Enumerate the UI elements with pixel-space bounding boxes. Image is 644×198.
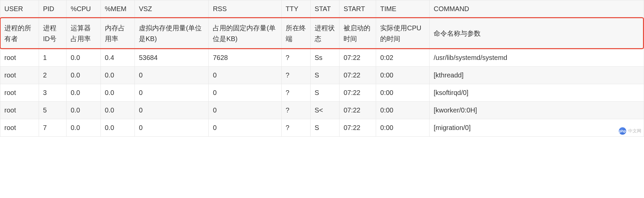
cell-time: 0:02 [376,49,430,67]
cell-start: 07:22 [339,49,376,67]
cell-user: root [0,67,39,84]
cell-cpu: 0.0 [67,67,100,84]
col-desc-start: 被启动的时间 [339,18,376,49]
cell-user: root [0,102,39,119]
col-header-start: START [339,0,376,18]
cell-command: /usr/lib/systemd/systemd [430,49,644,67]
cell-pid: 7 [39,119,66,137]
cell-pid: 2 [39,67,66,84]
cell-start: 07:22 [339,119,376,137]
col-desc-tty: 所在终端 [281,18,310,49]
col-desc-time: 实际使用CPU的时间 [376,18,430,49]
table-row: root70.00.000?S07:220:00[migration/0] [0,119,644,137]
col-desc-command: 命令名称与参数 [430,18,644,49]
cell-user: root [0,49,39,67]
cell-cpu: 0.0 [67,102,100,119]
col-desc-pid: 进程ID号 [39,18,66,49]
table-row: root10.00.4536847628?Ss07:220:02/usr/lib… [0,49,644,67]
cell-rss: 0 [209,102,281,119]
cell-stat: S [310,84,339,102]
cell-vsz: 53684 [135,49,209,67]
watermark-logo-icon: php [619,127,626,135]
col-header-user: USER [0,0,39,18]
watermark-text: 中文网 [628,128,641,134]
cell-rss: 0 [209,119,281,137]
cell-user: root [0,84,39,102]
cell-stat: S [310,67,339,84]
cell-rss: 0 [209,84,281,102]
cell-start: 07:22 [339,102,376,119]
col-header-time: TIME [376,0,430,18]
col-desc-cpu: 运算器占用率 [67,18,100,49]
cell-tty: ? [281,84,310,102]
cell-time: 0:00 [376,84,430,102]
description-row: 进程的所有者 进程ID号 运算器占用率 内存占用率 虚拟内存使用量(单位是KB)… [0,18,644,49]
process-body: root10.00.4536847628?Ss07:220:02/usr/lib… [0,49,644,137]
cell-mem: 0.0 [100,119,134,137]
cell-pid: 1 [39,49,66,67]
cell-command: [ksoftirqd/0] [430,84,644,102]
header-row: USER PID %CPU %MEM VSZ RSS TTY STAT STAR… [0,0,644,18]
cell-time: 0:00 [376,67,430,84]
col-header-stat: STAT [310,0,339,18]
table-row: root20.00.000?S07:220:00[kthreadd] [0,67,644,84]
cell-pid: 3 [39,84,66,102]
cell-rss: 0 [209,67,281,84]
cell-time: 0:00 [376,119,430,137]
cell-command: [kthreadd] [430,67,644,84]
col-header-cpu: %CPU [67,0,100,18]
cell-tty: ? [281,119,310,137]
cell-user: root [0,119,39,137]
cell-vsz: 0 [135,84,209,102]
cell-mem: 0.0 [100,67,134,84]
col-header-vsz: VSZ [135,0,209,18]
watermark: php 中文网 [619,127,641,135]
col-header-pid: PID [39,0,66,18]
cell-pid: 5 [39,102,66,119]
cell-mem: 0.4 [100,49,134,67]
cell-mem: 0.0 [100,84,134,102]
cell-stat: S< [310,102,339,119]
table-row: root30.00.000?S07:220:00[ksoftirqd/0] [0,84,644,102]
col-desc-mem: 内存占用率 [100,18,134,49]
col-desc-rss: 占用的固定内存量(单位是KB) [209,18,281,49]
cell-cpu: 0.0 [67,119,100,137]
cell-start: 07:22 [339,84,376,102]
cell-stat: Ss [310,49,339,67]
cell-command: [migration/0] [430,119,644,137]
cell-command: [kworker/0:0H] [430,102,644,119]
cell-mem: 0.0 [100,102,134,119]
col-header-rss: RSS [209,0,281,18]
cell-tty: ? [281,102,310,119]
cell-tty: ? [281,67,310,84]
cell-stat: S [310,119,339,137]
table-row: root50.00.000?S<07:220:00[kworker/0:0H] [0,102,644,119]
col-header-mem: %MEM [100,0,134,18]
process-table: USER PID %CPU %MEM VSZ RSS TTY STAT STAR… [0,0,644,137]
cell-vsz: 0 [135,67,209,84]
cell-time: 0:00 [376,102,430,119]
col-desc-user: 进程的所有者 [0,18,39,49]
cell-tty: ? [281,49,310,67]
cell-vsz: 0 [135,102,209,119]
col-desc-vsz: 虚拟内存使用量(单位是KB) [135,18,209,49]
cell-rss: 7628 [209,49,281,67]
col-desc-stat: 进程状态 [310,18,339,49]
col-header-command: COMMAND [430,0,644,18]
col-header-tty: TTY [281,0,310,18]
cell-cpu: 0.0 [67,49,100,67]
cell-start: 07:22 [339,67,376,84]
cell-cpu: 0.0 [67,84,100,102]
cell-vsz: 0 [135,119,209,137]
